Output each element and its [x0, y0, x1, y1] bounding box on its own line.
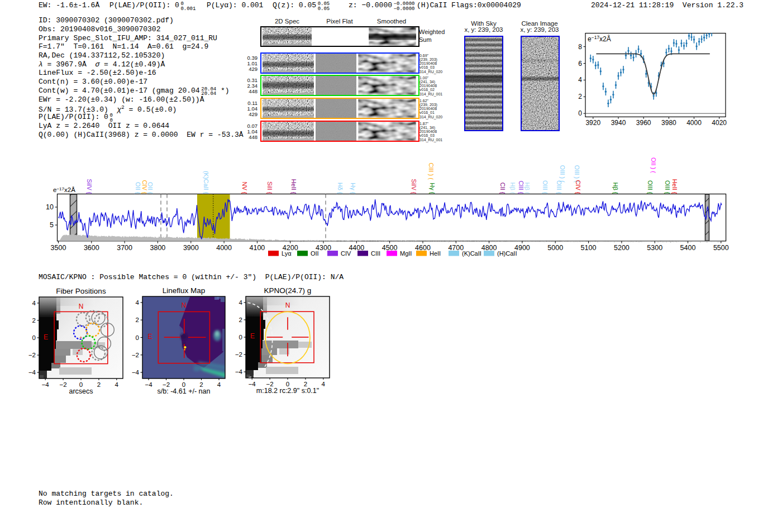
- svg-text:E: E: [147, 333, 152, 341]
- svg-text:s/b: -4.61 +/- nan: s/b: -4.61 +/- nan: [158, 387, 211, 395]
- svg-text:(K)CaII: (K)CaII: [462, 250, 481, 257]
- svg-text:e−17x2Å: e−17x2Å: [53, 186, 75, 194]
- svg-text:HeII {: HeII {: [290, 179, 297, 194]
- svg-text:E: E: [250, 332, 255, 340]
- svg-text:e−17x2Å: e−17x2Å: [588, 35, 611, 43]
- svg-text:−4: −4: [42, 381, 50, 388]
- svg-text:3980: 3980: [661, 119, 676, 127]
- svg-text:3800: 3800: [150, 244, 165, 252]
- svg-text:HeII {: HeII {: [671, 179, 678, 194]
- svg-text:Hβ (: Hβ (: [509, 183, 516, 194]
- svg-text:Hβ (: Hβ (: [524, 183, 531, 194]
- svg-text:OIII {: OIII {: [647, 180, 654, 194]
- svg-text:10: 10: [46, 203, 54, 211]
- svg-text:3500: 3500: [51, 244, 66, 252]
- svg-text:5500: 5500: [713, 244, 729, 252]
- svg-text:4: 4: [239, 299, 243, 306]
- svg-text:2: 2: [97, 381, 101, 388]
- svg-text:−4: −4: [249, 381, 256, 387]
- svg-text:3700: 3700: [117, 244, 132, 252]
- svg-text:0: 0: [136, 334, 139, 341]
- svg-text:Hδ {: Hδ {: [337, 183, 344, 194]
- svg-text:4: 4: [32, 300, 36, 306]
- svg-text:2: 2: [578, 93, 582, 100]
- svg-text:0: 0: [578, 109, 582, 117]
- svg-text:−2: −2: [235, 351, 242, 358]
- svg-text:3960: 3960: [636, 119, 651, 127]
- svg-text:arcsecs: arcsecs: [69, 387, 93, 395]
- svg-text:OII {: OII {: [147, 182, 154, 194]
- svg-text:−4: −4: [132, 369, 140, 376]
- svg-text:4: 4: [136, 299, 140, 306]
- svg-text:KPNO(24.7) g: KPNO(24.7) g: [264, 286, 312, 295]
- svg-text:5200: 5200: [614, 244, 630, 252]
- svg-text:CIII {: CIII {: [518, 181, 524, 194]
- svg-text:MgII: MgII: [400, 250, 412, 257]
- svg-text:N: N: [182, 301, 187, 309]
- svg-text:5300: 5300: [647, 244, 662, 252]
- svg-text:Lineflux Map: Lineflux Map: [163, 286, 206, 295]
- svg-text:−2: −2: [60, 381, 67, 388]
- svg-text:0: 0: [32, 334, 36, 341]
- svg-text:3900: 3900: [183, 244, 199, 252]
- svg-text:4: 4: [217, 381, 221, 388]
- svg-text:m:18.2 rc:2.9" s:0.1": m:18.2 rc:2.9" s:0.1": [256, 387, 319, 395]
- svg-text:2: 2: [136, 317, 139, 323]
- svg-text:5400: 5400: [680, 244, 696, 252]
- svg-text:5000: 5000: [547, 244, 563, 252]
- svg-text:CIII ) (: CIII ) (: [428, 162, 435, 180]
- svg-text:5100: 5100: [581, 244, 597, 252]
- svg-text:6: 6: [578, 60, 582, 68]
- svg-text:Hγ {: Hγ {: [350, 183, 356, 194]
- svg-text:4000: 4000: [686, 119, 702, 127]
- svg-text:Lyα: Lyα: [282, 250, 292, 257]
- svg-text:OIII {: OIII {: [542, 180, 549, 194]
- svg-text:8: 8: [578, 43, 582, 51]
- svg-text:3940: 3940: [611, 119, 626, 127]
- svg-text:(H)CaII: (H)CaII: [497, 250, 517, 257]
- svg-text:OII: OII: [311, 250, 319, 257]
- svg-text:HeII: HeII: [430, 250, 441, 257]
- svg-text:CIV {: CIV {: [575, 180, 581, 194]
- svg-text:4000: 4000: [216, 244, 232, 252]
- svg-text:N: N: [79, 303, 84, 310]
- svg-text:5: 5: [50, 221, 54, 229]
- svg-text:OII {: OII {: [135, 182, 141, 194]
- svg-text:(K)CaII {: (K)CaII {: [203, 171, 209, 194]
- svg-text:CII {: CII {: [499, 183, 506, 194]
- svg-text:OII ) (: OII ) (: [650, 157, 657, 173]
- svg-text:Fiber Positions: Fiber Positions: [56, 287, 106, 295]
- svg-text:2: 2: [32, 317, 36, 324]
- svg-text:CIII: CIII: [371, 250, 380, 257]
- svg-text:Hγ {: Hγ {: [429, 183, 436, 194]
- svg-text:+: +: [79, 335, 82, 341]
- svg-text:2: 2: [239, 317, 242, 323]
- svg-text:3600: 3600: [84, 244, 99, 252]
- svg-text:SiIV {: SiIV {: [411, 179, 417, 194]
- svg-text:4100: 4100: [249, 244, 265, 252]
- svg-text:SiIV {: SiIV {: [86, 179, 93, 194]
- svg-text:3920: 3920: [585, 119, 600, 127]
- svg-text:4: 4: [115, 381, 119, 388]
- svg-text:OIII ) (: OIII ) (: [559, 165, 566, 183]
- svg-text:0: 0: [239, 334, 242, 341]
- svg-text:−2: −2: [132, 352, 139, 358]
- svg-text:SiII {: SiII {: [266, 181, 273, 194]
- svg-text:4: 4: [322, 381, 326, 387]
- svg-text:E: E: [44, 333, 48, 341]
- svg-text:−2: −2: [28, 352, 36, 358]
- svg-text:N: N: [285, 301, 290, 309]
- svg-text:OIII {: OIII {: [664, 180, 671, 194]
- svg-text:CIV: CIV: [341, 250, 351, 257]
- svg-text:−4: −4: [28, 369, 36, 376]
- svg-text:4020: 4020: [712, 119, 727, 127]
- svg-text:NV {: NV {: [241, 181, 248, 194]
- svg-text:−4: −4: [235, 368, 243, 375]
- svg-text:4: 4: [578, 76, 582, 84]
- svg-text:Hβ {: Hβ {: [612, 182, 619, 194]
- svg-text:−4: −4: [145, 381, 152, 388]
